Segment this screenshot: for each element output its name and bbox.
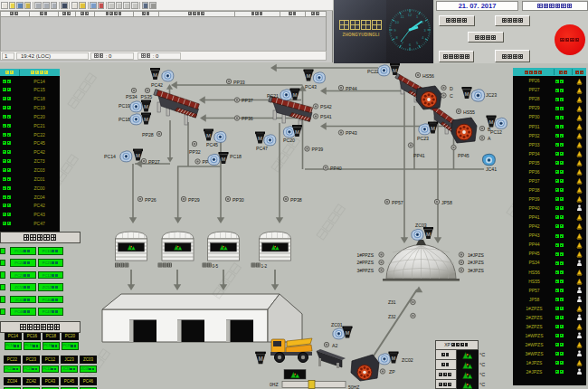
svg-text:1#PPZS: 1#PPZS [356, 252, 374, 258]
svg-text:50HZ: 50HZ [348, 384, 359, 389]
svg-text:PP38: PP38 [290, 197, 302, 203]
svg-text:Z31: Z31 [388, 299, 396, 305]
svg-text:PP40: PP40 [330, 166, 342, 171]
svg-text:A: A [488, 136, 491, 141]
svg-text:JP58: JP58 [441, 200, 452, 205]
svg-text:PC19: PC19 [119, 103, 130, 109]
svg-text:HS56: HS56 [422, 73, 434, 79]
svg-text:Z32: Z32 [388, 314, 396, 319]
svg-text:10: 10 [394, 20, 399, 24]
svg-text:5: 5 [416, 41, 419, 45]
svg-text:PP26: PP26 [145, 197, 156, 203]
svg-text:4: 4 [422, 35, 424, 40]
svg-text:HS55: HS55 [463, 109, 475, 115]
svg-text:PC47: PC47 [256, 146, 268, 151]
svg-text:PP43: PP43 [346, 130, 357, 136]
svg-text:PP33: PP33 [233, 80, 245, 85]
svg-text:PP45: PP45 [458, 153, 469, 158]
svg-text:PC23: PC23 [417, 136, 429, 141]
svg-text:PP29: PP29 [188, 197, 200, 203]
svg-text:12: 12 [408, 13, 413, 17]
svg-text:ZC02: ZC02 [402, 357, 413, 363]
svg-text:8: 8 [396, 35, 399, 40]
svg-text:7: 7 [402, 41, 404, 45]
svg-text:PS41: PS41 [320, 114, 332, 119]
svg-text:B: B [488, 127, 491, 132]
svg-text:PS42: PS42 [320, 104, 332, 109]
svg-text:PP41: PP41 [413, 153, 425, 158]
svg-text:3#PPZS: 3#PPZS [356, 268, 374, 273]
svg-text:PP57: PP57 [392, 200, 403, 205]
svg-text:2#PPZS: 2#PPZS [356, 260, 374, 265]
svg-text:JC41: JC41 [486, 166, 497, 172]
svg-text:JC23: JC23 [486, 92, 497, 98]
svg-text:PP30: PP30 [232, 197, 244, 203]
svg-text:PS34: PS34 [126, 94, 138, 100]
svg-text:PC18: PC18 [230, 154, 242, 159]
svg-text:1-2: 1-2 [261, 264, 268, 269]
svg-text:3: 3 [423, 28, 426, 33]
svg-text:11: 11 [401, 14, 405, 19]
svg-text:ZC01: ZC01 [331, 322, 343, 327]
svg-text:PC43: PC43 [305, 84, 317, 90]
svg-text:PS35: PS35 [141, 94, 153, 100]
svg-text:3#JPZS: 3#JPZS [468, 268, 484, 273]
svg-text:PC45: PC45 [206, 142, 218, 147]
svg-text:PP28: PP28 [142, 132, 154, 138]
svg-text:PP39: PP39 [312, 147, 324, 152]
svg-text:2: 2 [422, 20, 424, 24]
svg-text:ZC03: ZC03 [415, 223, 427, 228]
svg-text:0-5: 0-5 [213, 264, 219, 269]
svg-text:PP44: PP44 [346, 86, 357, 91]
svg-text:6: 6 [409, 43, 412, 47]
svg-text:1: 1 [416, 14, 419, 19]
svg-text:PC42: PC42 [151, 82, 163, 88]
svg-text:PC21: PC21 [267, 93, 279, 99]
svg-text:C: C [450, 93, 453, 99]
svg-text:PC18: PC18 [119, 117, 130, 122]
svg-text:1#JPZS: 1#JPZS [468, 252, 484, 258]
svg-text:PP36: PP36 [242, 116, 253, 121]
svg-text:9: 9 [394, 28, 396, 33]
svg-text:PP37: PP37 [242, 98, 253, 103]
svg-text:PP32: PP32 [189, 149, 201, 155]
svg-text:PC14: PC14 [104, 154, 116, 159]
svg-text:PC22: PC22 [367, 69, 379, 74]
svg-text:ZP: ZP [389, 369, 395, 375]
svg-text:PP27: PP27 [148, 159, 160, 165]
svg-text:0HZ: 0HZ [270, 382, 278, 387]
svg-text:PC12: PC12 [490, 129, 502, 135]
svg-text:A2: A2 [332, 343, 337, 348]
svg-text:D: D [450, 86, 453, 91]
svg-text:2#JPZS: 2#JPZS [468, 260, 484, 265]
